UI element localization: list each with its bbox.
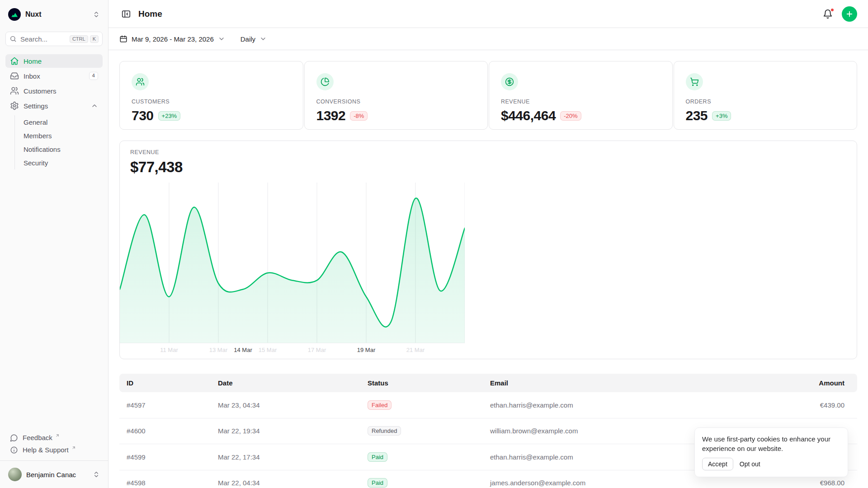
date-range-picker[interactable]: Mar 9, 2026 - Mar 23, 2026 [119, 35, 225, 43]
stat-delta-badge: -8% [350, 111, 368, 121]
stat-value: $446,464 [501, 108, 556, 123]
status-badge: Refunded [368, 426, 401, 436]
calendar-icon [119, 35, 127, 43]
stat-value: 235 [686, 108, 708, 123]
settings-submenu: General Members Notifications Security [14, 115, 103, 169]
cell-date: Mar 22, 19:34 [218, 427, 368, 435]
x-axis-tick: 17 Mar [308, 347, 326, 353]
chevron-down-icon [259, 35, 267, 42]
date-range-label: Mar 9, 2026 - Mar 23, 2026 [132, 35, 214, 43]
users-icon [132, 73, 149, 90]
granularity-select[interactable]: Daily [241, 35, 267, 43]
notification-dot [830, 8, 835, 12]
revenue-area-chart [120, 183, 465, 344]
page-content: CUSTOMERS 730 +23% CONVERSIONS 1392 -8% [108, 50, 868, 488]
column-header-amount: Amount [819, 379, 857, 387]
sidebar-subitem-general[interactable]: General [15, 115, 103, 129]
stat-value: 1392 [316, 108, 346, 123]
search-icon [9, 35, 17, 42]
shortcut-key-k: K [90, 35, 99, 43]
main-area: Home Mar 9, 2026 - Mar 23, 2026 Daily [108, 0, 868, 488]
accept-button[interactable]: Accept [702, 458, 733, 470]
chevron-up-down-icon [93, 11, 100, 18]
cookie-message: We use first-party cookies to enhance yo… [702, 434, 840, 453]
nuxt-logo [8, 8, 21, 21]
external-link-icon [55, 433, 60, 438]
workspace-name: Nuxt [25, 10, 42, 19]
opt-out-button[interactable]: Opt out [740, 458, 760, 470]
pie-chart-icon [316, 73, 334, 90]
dollar-circle-icon [501, 73, 518, 90]
collapse-sidebar-button[interactable] [119, 7, 133, 21]
sidebar-item-settings[interactable]: Settings [5, 99, 103, 113]
status-badge: Failed [368, 400, 392, 410]
search-input[interactable]: Search... CTRL K [5, 32, 103, 46]
x-axis-tick: 11 Mar [160, 347, 178, 353]
sidebar-item-inbox[interactable]: Inbox 4 [5, 69, 103, 83]
stat-card-orders[interactable]: ORDERS 235 +3% [674, 61, 858, 130]
cookie-banner: We use first-party cookies to enhance yo… [694, 427, 848, 477]
sidebar-item-label: Inbox [24, 72, 40, 80]
granularity-label: Daily [241, 35, 255, 43]
chevron-up-down-icon [93, 471, 100, 478]
user-menu[interactable]: Benjamin Canac [5, 465, 103, 483]
x-axis-tick: 13 Mar [209, 347, 227, 353]
status-badge: Paid [368, 452, 387, 462]
add-button[interactable] [842, 6, 857, 22]
sidebar-subitem-members[interactable]: Members [15, 129, 103, 142]
search-placeholder: Search... [20, 35, 66, 43]
cell-amount: €968.00 [820, 479, 857, 487]
home-icon [10, 56, 19, 66]
stat-value: 730 [132, 108, 154, 123]
x-axis-tick: 14 Mar [234, 347, 252, 353]
stat-card-customers[interactable]: CUSTOMERS 730 +23% [119, 61, 303, 130]
cookie-actions: Accept Opt out [702, 458, 840, 470]
cell-email: james.anderson@example.com [490, 479, 820, 487]
revenue-chart-svg [120, 183, 465, 344]
sidebar-item-label: Home [24, 57, 42, 65]
chart-total-value: $77,438 [130, 159, 857, 176]
plus-icon [845, 10, 854, 18]
gear-icon [10, 101, 19, 110]
cell-id: #4598 [119, 479, 218, 487]
inbox-icon [10, 71, 19, 80]
status-badge: Paid [368, 478, 387, 488]
table-row: #4597 Mar 23, 04:34 Failed ethan.harris@… [119, 392, 857, 418]
stat-card-revenue[interactable]: REVENUE $446,464 -20% [489, 61, 673, 130]
stat-card-conversions[interactable]: CONVERSIONS 1392 -8% [304, 61, 488, 130]
sidebar-item-home[interactable]: Home [5, 54, 103, 68]
cell-date: Mar 22, 04:34 [218, 479, 368, 487]
sidebar-subitem-notifications[interactable]: Notifications [15, 142, 103, 156]
revenue-chart-card: REVENUE $77,438 11 Mar13 Mar14 Mar15 Mar… [119, 141, 857, 359]
cart-icon [686, 73, 703, 90]
help-support-link[interactable]: Help & Support [5, 444, 103, 456]
stat-delta-badge: -20% [560, 111, 581, 121]
x-axis-tick: 15 Mar [259, 347, 277, 353]
sidebar-item-customers[interactable]: Customers [5, 84, 103, 98]
inbox-count-badge: 4 [89, 72, 98, 80]
stat-delta-badge: +3% [712, 111, 731, 121]
sidebar-spacer [5, 169, 103, 432]
sidebar-subitem-security[interactable]: Security [15, 156, 103, 169]
filters-toolbar: Mar 9, 2026 - Mar 23, 2026 Daily [108, 28, 868, 50]
sidebar-item-label: Customers [24, 87, 57, 95]
x-axis-tick: 19 Mar [357, 347, 375, 353]
column-header-email: Email [490, 379, 819, 387]
panel-left-close-icon [121, 9, 131, 19]
app-window: Nuxt Search... CTRL K Home Inbox 4 Custo… [0, 0, 868, 488]
sidebar-item-label: Settings [24, 102, 48, 110]
x-axis-tick: 21 Mar [406, 347, 425, 353]
column-header-date: Date [218, 379, 368, 387]
sidebar: Nuxt Search... CTRL K Home Inbox 4 Custo… [0, 0, 108, 488]
workspace-switcher[interactable]: Nuxt [5, 7, 103, 22]
chart-x-labels: 11 Mar13 Mar14 Mar15 Mar17 Mar19 Mar21 M… [120, 347, 465, 356]
stat-label: REVENUE [501, 99, 660, 105]
users-icon [10, 86, 19, 95]
external-link-icon [71, 446, 76, 450]
page-title: Home [138, 9, 162, 19]
feedback-link[interactable]: Feedback [5, 432, 103, 444]
table-header-row: ID Date Status Email Amount [119, 374, 857, 392]
notifications-button[interactable] [822, 8, 834, 20]
chart-header: REVENUE $77,438 [120, 141, 857, 176]
info-circle-icon [10, 446, 18, 454]
